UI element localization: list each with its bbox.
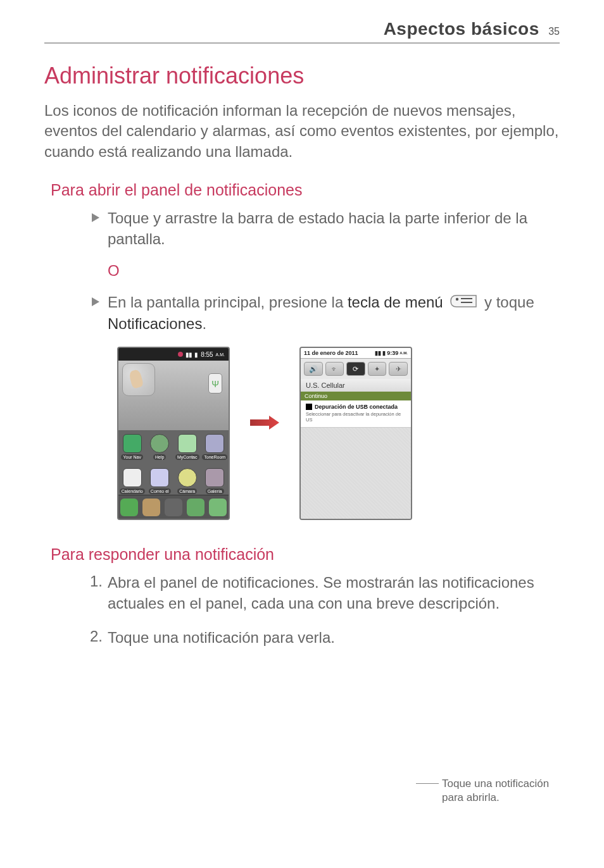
app-help: Help [146, 434, 174, 468]
step-1-text: Abra el panel de notificaciones. Se most… [108, 573, 560, 614]
app-icon [123, 434, 142, 453]
section-respond-title: Para responder una notificación [51, 545, 560, 564]
toggle-sync: ⟳ [346, 362, 365, 376]
signal-icon: ▮▮ [375, 350, 381, 356]
phone-icon [120, 499, 138, 516]
section-title: Aspectos básicos [384, 19, 539, 39]
app-icon [205, 434, 224, 453]
app-label: Cámara [177, 488, 197, 494]
triangle-bullet-icon [92, 297, 99, 306]
bullet-menu-text: En la pantalla principal, presione la te… [108, 292, 560, 334]
app-label: Help [153, 454, 166, 460]
step-1: 1. Abra el panel de notificaciones. Se m… [108, 573, 560, 614]
bullet-drag-statusbar: Toque y arrastre la barra de estado haci… [108, 208, 560, 249]
app-label: MyContac [175, 454, 199, 460]
browser-icon [209, 499, 227, 516]
quick-toggles: 🔊 ᯤ ⟳ ✦ ✈ [301, 359, 411, 379]
app-label: Galería [206, 488, 224, 494]
toggle-gps: ✦ [368, 362, 387, 376]
page-header: Aspectos básicos 35 [44, 19, 560, 44]
step-number: 2. [90, 628, 103, 645]
panel-titlebar: 11 de enero de 2011 ▮▮ ▮ 9:39A.M. [301, 348, 411, 359]
carrier-label: U.S. Cellular [301, 379, 411, 392]
messaging-icon [187, 499, 204, 516]
app-label: Your Nav [121, 454, 143, 460]
apps-drawer-icon [165, 499, 182, 516]
contacts-icon [142, 499, 160, 516]
svg-rect-1 [461, 298, 472, 299]
svg-rect-2 [461, 302, 472, 303]
app-mycontac: MyContac [173, 434, 201, 468]
hand-drag-icon [122, 363, 155, 396]
panel-ampm: A.M. [400, 351, 408, 355]
usb-icon [208, 373, 222, 394]
record-dot-icon [178, 352, 183, 357]
figure-row: ▮▮ ▮ 8:55A.M. Your Nav Help MyContac Ton… [117, 347, 560, 520]
txt-e: . [202, 315, 206, 332]
ongoing-header: Continuo [301, 392, 411, 400]
txt-a: En la pantalla principal, presione la [108, 294, 348, 311]
app-label: Calendario [120, 488, 145, 494]
bullet-menu-key: En la pantalla principal, presione la te… [108, 292, 560, 334]
screenshot-homescreen: ▮▮ ▮ 8:55A.M. Your Nav Help MyContac Ton… [117, 347, 230, 520]
notif-title: Depuración de USB conectada [315, 404, 398, 410]
menu-key-icon [450, 293, 477, 313]
page-number: 35 [548, 26, 560, 37]
panel-time: 9:39 [387, 350, 398, 356]
status-bar: ▮▮ ▮ 8:55A.M. [118, 348, 229, 361]
screenshot-notification-panel: 11 de enero de 2011 ▮▮ ▮ 9:39A.M. 🔊 ᯤ ⟳ … [299, 347, 412, 520]
app-toneroom: ToneRoom [201, 434, 229, 468]
app-icon [178, 434, 197, 453]
toggle-airplane: ✈ [389, 362, 408, 376]
triangle-bullet-icon [92, 213, 99, 222]
or-separator: O [108, 262, 560, 280]
bullet-drag-text: Toque y arrastre la barra de estado haci… [108, 208, 560, 249]
panel-empty-area [301, 428, 411, 520]
ordered-list: 1. Abra el panel de notificaciones. Se m… [108, 573, 560, 648]
notif-subtitle: Seleccionar para desactivar la depuració… [306, 411, 406, 423]
toggle-sound: 🔊 [304, 362, 323, 376]
step-2: 2. Toque una notificación para verla. [108, 628, 560, 648]
txt-notificaciones: Notificaciones [108, 315, 202, 332]
step-2-text: Toque una notificación para verla. [108, 628, 560, 648]
app-icon [123, 468, 142, 487]
app-icon [205, 468, 224, 487]
step-number: 1. [90, 573, 103, 590]
notification-usb-debug: Depuración de USB conectada Seleccionar … [301, 400, 411, 428]
app-icon [150, 468, 169, 487]
app-label: Correo el [149, 488, 171, 494]
callout-tap-notification: Toque una notificación para abrirla. [442, 777, 550, 805]
intro-paragraph: Los iconos de notificación informan la r… [44, 101, 560, 162]
txt-menu-key: tecla de menú [348, 294, 443, 311]
app-icon [178, 468, 197, 487]
app-yournav: Your Nav [118, 434, 146, 468]
dock [118, 495, 229, 519]
signal-icon: ▮▮ [186, 351, 192, 358]
app-label: ToneRoom [202, 454, 227, 460]
panel-date: 11 de enero de 2011 [304, 350, 358, 356]
toggle-wifi: ᯤ [325, 362, 344, 376]
txt-c: y toque [484, 294, 534, 311]
svg-point-0 [456, 298, 458, 301]
battery-icon: ▮ [194, 351, 198, 358]
app-icon [150, 434, 169, 453]
status-ampm: A.M. [216, 352, 225, 357]
battery-icon: ▮ [382, 350, 386, 356]
arrow-transition-icon [249, 413, 280, 435]
status-time: 8:55 [201, 351, 213, 358]
notif-square-icon [306, 404, 312, 410]
section-open-panel-title: Para abrir el panel de notificaciones [51, 181, 560, 199]
page-title: Administrar notificaciones [44, 63, 560, 89]
wallpaper-area [118, 361, 229, 430]
